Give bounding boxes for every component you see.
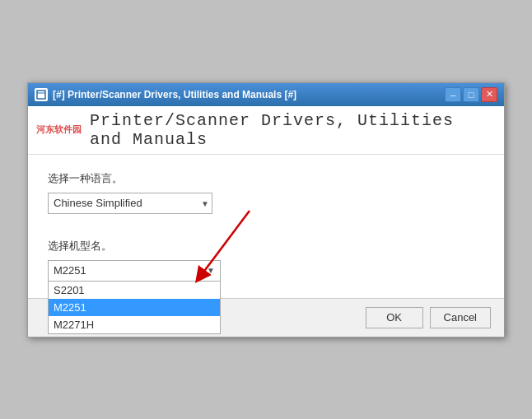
main-window: [#] Printer/Scanner Drivers, Utilities a… xyxy=(27,82,505,338)
model-dropdown-header[interactable]: M2251 ▼ xyxy=(48,260,221,282)
app-icon xyxy=(35,88,48,101)
header-title: Printer/Scanner Drivers, Utilities and M… xyxy=(90,111,496,149)
model-option-m2251-selected[interactable]: M2251 xyxy=(49,299,220,316)
language-label: 选择一种语言。 xyxy=(48,171,484,186)
model-section: 选择机型名。 M2251 ▼ S2201 M2251 M2271H xyxy=(48,239,484,282)
language-section: 选择一种语言。 Chinese Simplified English Japan… xyxy=(48,171,484,230)
model-dropdown-arrow-icon: ▼ xyxy=(207,266,215,275)
model-option-m2271h[interactable]: M2271H xyxy=(49,316,220,333)
model-label: 选择机型名。 xyxy=(48,239,484,254)
watermark-header: 河东软件园 Printer/Scanner Drivers, Utilities… xyxy=(28,106,504,155)
svg-rect-0 xyxy=(37,91,45,99)
title-bar-controls: – □ ✕ xyxy=(445,87,497,102)
model-selected-value: M2251 xyxy=(54,264,86,277)
model-dropdown-list: S2201 M2251 M2271H xyxy=(48,282,221,334)
watermark-logo: 河东软件园 xyxy=(36,123,82,136)
close-button[interactable]: ✕ xyxy=(481,87,497,102)
minimize-button[interactable]: – xyxy=(445,87,461,102)
maximize-button[interactable]: □ xyxy=(463,87,479,102)
language-select[interactable]: Chinese Simplified English Japanese xyxy=(48,193,212,214)
title-bar: [#] Printer/Scanner Drivers, Utilities a… xyxy=(28,83,504,106)
title-bar-text: [#] Printer/Scanner Drivers, Utilities a… xyxy=(53,89,296,100)
ok-button[interactable]: OK xyxy=(366,307,423,328)
model-wrapper: M2251 ▼ S2201 M2251 M2271H xyxy=(48,260,221,282)
cancel-button[interactable]: Cancel xyxy=(430,307,491,328)
content-area: 选择一种语言。 Chinese Simplified English Japan… xyxy=(28,155,504,298)
model-option-s2201[interactable]: S2201 xyxy=(49,282,220,299)
model-dropdown-container: M2251 ▼ S2201 M2251 M2271H xyxy=(48,260,221,282)
language-select-wrapper: Chinese Simplified English Japanese ▼ xyxy=(48,193,212,214)
title-bar-left: [#] Printer/Scanner Drivers, Utilities a… xyxy=(35,88,296,101)
